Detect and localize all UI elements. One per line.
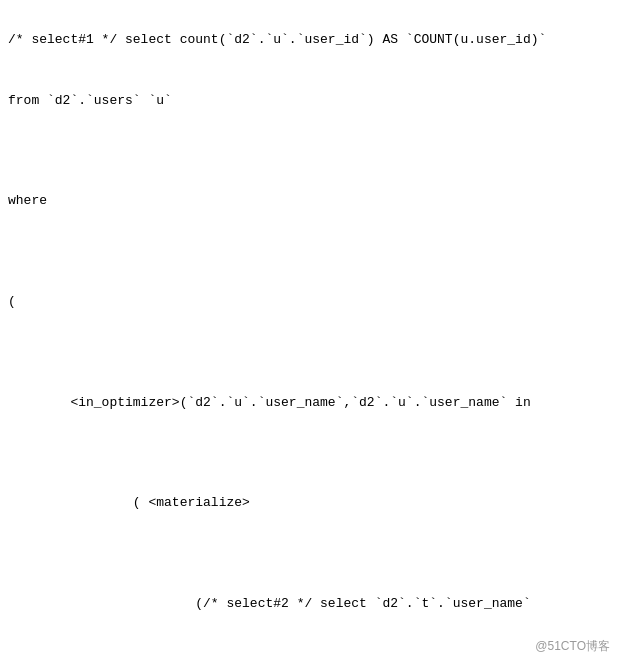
code-display: /* select#1 */ select count(`d2`.`u`.`us…	[8, 10, 612, 665]
watermark: @51CTO博客	[535, 638, 610, 655]
line-10: ( <materialize>	[8, 495, 250, 510]
line-2: from `d2`.`users` `u`	[8, 93, 172, 108]
line-12: (/* select#2 */ select `d2`.`t`.`user_na…	[8, 596, 531, 611]
line-1: /* select#1 */ select count(`d2`.`u`.`us…	[8, 32, 546, 47]
line-open-paren: (	[8, 294, 16, 309]
line-where: where	[8, 193, 47, 208]
line-8: <in_optimizer>(`d2`.`u`.`user_name`,`d2`…	[8, 395, 531, 410]
